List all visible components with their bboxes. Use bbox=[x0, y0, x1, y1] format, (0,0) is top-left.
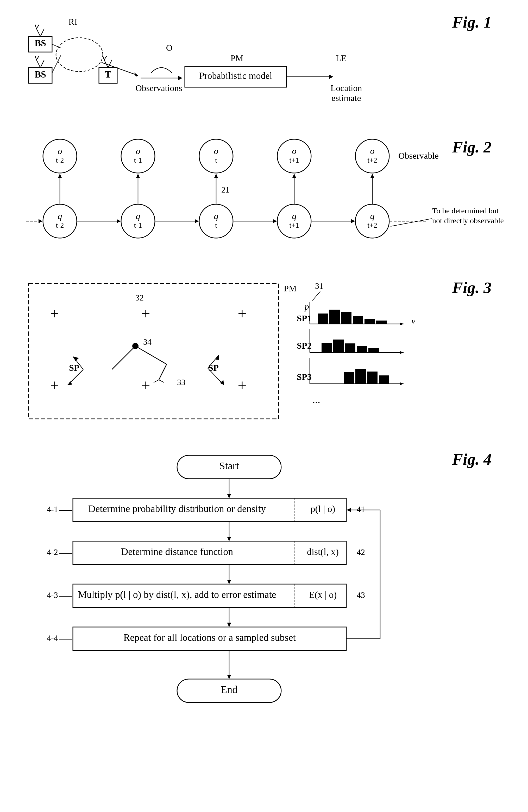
svg-line-19 bbox=[104, 56, 107, 60]
svg-line-17 bbox=[108, 60, 112, 68]
svg-marker-182 bbox=[227, 623, 231, 627]
svg-text:q: q bbox=[58, 211, 62, 221]
svg-text:32: 32 bbox=[135, 293, 144, 302]
svg-text:dist(l, x): dist(l, x) bbox=[307, 547, 339, 557]
fig4-diagram: Start Determine probability distribution… bbox=[21, 448, 515, 794]
fig2-section: Fig. 2 o t-2 o t-1 o t o t+1 o t+2 bbox=[21, 135, 507, 260]
svg-text:t+2: t+2 bbox=[367, 221, 377, 229]
svg-text:q: q bbox=[214, 211, 218, 221]
svg-text:T: T bbox=[105, 69, 111, 79]
svg-rect-139 bbox=[333, 339, 344, 352]
svg-text:q: q bbox=[370, 211, 375, 221]
svg-line-121 bbox=[312, 291, 320, 301]
svg-text:+: + bbox=[50, 305, 59, 322]
fig2-diagram: o t-2 o t-1 o t o t+1 o t+2 Observable q bbox=[21, 135, 515, 255]
svg-text:t-2: t-2 bbox=[56, 221, 64, 229]
svg-text:+: + bbox=[238, 305, 246, 322]
svg-line-10 bbox=[35, 25, 37, 29]
fig1-label: Fig. 1 bbox=[452, 13, 491, 31]
svg-text:SP2: SP2 bbox=[297, 341, 312, 350]
svg-text:Repeat for all locations or a : Repeat for all locations or a sampled su… bbox=[124, 632, 296, 643]
svg-marker-80 bbox=[39, 219, 42, 223]
svg-text:31: 31 bbox=[315, 281, 323, 291]
svg-text:O: O bbox=[166, 43, 173, 53]
svg-rect-149 bbox=[367, 372, 377, 384]
svg-text:E(x | o): E(x | o) bbox=[309, 590, 337, 600]
svg-text:q: q bbox=[292, 211, 297, 221]
svg-marker-27 bbox=[179, 76, 182, 80]
svg-text:SP1: SP1 bbox=[297, 314, 312, 323]
svg-text:o: o bbox=[58, 146, 62, 156]
svg-text:not directly observable: not directly observable bbox=[432, 216, 504, 225]
svg-text:Observations: Observations bbox=[135, 83, 182, 93]
svg-text:4-1: 4-1 bbox=[47, 505, 58, 514]
svg-text:o: o bbox=[292, 146, 297, 156]
svg-text:34: 34 bbox=[143, 337, 152, 347]
svg-rect-147 bbox=[344, 372, 354, 384]
fig4-section: Fig. 4 Start Determine probability distr… bbox=[21, 448, 507, 799]
fig3-diagram: PM + + + + + + SP SP 32 bbox=[21, 276, 515, 427]
svg-text:t: t bbox=[215, 156, 217, 164]
svg-text:SP: SP bbox=[208, 363, 219, 373]
svg-line-92 bbox=[390, 219, 432, 226]
svg-text:4-3: 4-3 bbox=[47, 590, 58, 600]
svg-text:t+2: t+2 bbox=[367, 156, 377, 164]
page: Fig. 1 BS BS T RI bbox=[0, 0, 528, 812]
svg-marker-33 bbox=[329, 75, 333, 79]
svg-rect-93 bbox=[29, 284, 279, 419]
svg-text:t-1: t-1 bbox=[134, 156, 142, 164]
svg-text:Location: Location bbox=[331, 83, 362, 93]
svg-text:Multiply p(l | o) by dist(l, x: Multiply p(l | o) by dist(l, x), add to … bbox=[78, 589, 276, 600]
svg-text:p(l | o): p(l | o) bbox=[310, 504, 335, 514]
svg-rect-133 bbox=[376, 320, 387, 324]
svg-text:Probabilistic model: Probabilistic model bbox=[199, 71, 272, 81]
svg-rect-142 bbox=[368, 348, 379, 352]
svg-marker-173 bbox=[227, 580, 231, 584]
svg-text:p: p bbox=[304, 302, 309, 311]
svg-marker-190 bbox=[347, 508, 351, 512]
svg-text:42: 42 bbox=[357, 547, 365, 557]
svg-text:Observable: Observable bbox=[398, 151, 439, 161]
svg-text:BS: BS bbox=[34, 69, 46, 79]
svg-text:o: o bbox=[370, 146, 375, 156]
svg-text:4-4: 4-4 bbox=[47, 633, 58, 643]
svg-line-8 bbox=[37, 29, 40, 37]
svg-text:t-2: t-2 bbox=[56, 156, 64, 164]
svg-text:t+1: t+1 bbox=[289, 156, 299, 164]
svg-marker-76 bbox=[292, 174, 296, 178]
svg-text:PM: PM bbox=[230, 53, 243, 63]
svg-rect-138 bbox=[322, 343, 332, 352]
svg-text:Start: Start bbox=[219, 460, 239, 472]
svg-marker-69 bbox=[58, 174, 62, 178]
svg-rect-130 bbox=[341, 312, 352, 324]
svg-marker-86 bbox=[273, 219, 277, 223]
svg-text:+: + bbox=[50, 376, 59, 394]
svg-text:+: + bbox=[141, 376, 150, 394]
svg-marker-88 bbox=[351, 219, 355, 223]
svg-marker-127 bbox=[400, 322, 403, 325]
svg-line-15 bbox=[37, 56, 39, 60]
svg-marker-146 bbox=[400, 382, 403, 385]
svg-marker-164 bbox=[227, 537, 231, 541]
svg-marker-192 bbox=[227, 675, 231, 679]
fig1-section: Fig. 1 BS BS T RI bbox=[21, 11, 507, 120]
svg-text:SP: SP bbox=[69, 363, 80, 373]
svg-line-22 bbox=[52, 44, 61, 48]
svg-marker-73 bbox=[214, 174, 218, 178]
svg-text:t: t bbox=[215, 221, 217, 229]
fig3-section: Fig. 3 PM + + + + + + SP SP bbox=[21, 276, 507, 432]
fig1-diagram: BS BS T RI bbox=[21, 11, 515, 115]
svg-marker-78 bbox=[370, 174, 374, 178]
svg-text:LE: LE bbox=[336, 53, 346, 63]
svg-text:End: End bbox=[221, 684, 238, 695]
svg-line-23 bbox=[52, 55, 61, 73]
svg-text:RI: RI bbox=[69, 17, 77, 27]
fig3-label: Fig. 3 bbox=[452, 278, 491, 297]
svg-line-18 bbox=[103, 56, 104, 60]
svg-text:41: 41 bbox=[357, 505, 365, 514]
svg-point-25 bbox=[165, 51, 174, 61]
svg-text:+: + bbox=[141, 305, 150, 322]
fig4-label: Fig. 4 bbox=[452, 450, 491, 468]
svg-text:SP3: SP3 bbox=[297, 372, 312, 382]
svg-text:+: + bbox=[238, 376, 246, 394]
